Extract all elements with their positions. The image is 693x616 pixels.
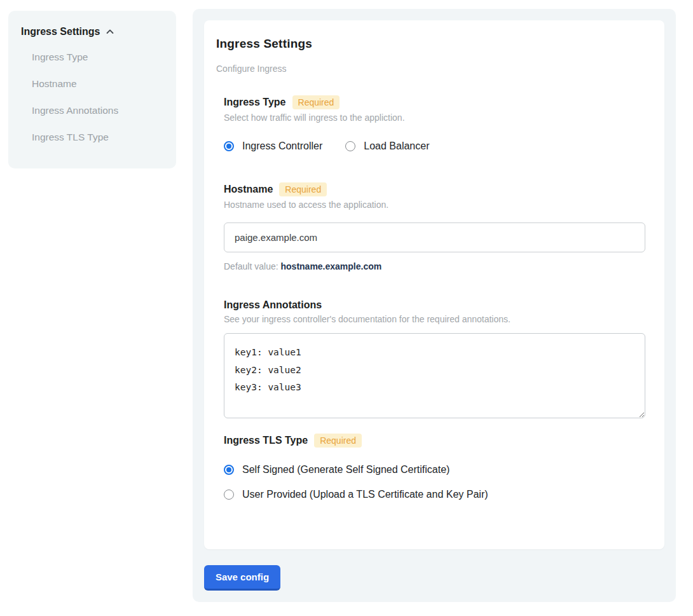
radio-option-ingress-controller[interactable]: Ingress Controller — [224, 140, 322, 152]
radio-option-label: Load Balancer — [364, 140, 429, 152]
section-ingress-type: Ingress Type Required Select how traffic… — [224, 95, 645, 152]
ingress-type-help: Select how traffic will ingress to the a… — [224, 113, 645, 123]
sidebar-section-title: Ingress Settings — [21, 26, 100, 38]
sidebar-item-list: Ingress Type Hostname Ingress Annotation… — [21, 44, 166, 151]
sidebar-item-ingress-type[interactable]: Ingress Type — [21, 44, 166, 71]
hostname-label: Hostname — [224, 184, 273, 195]
required-badge: Required — [292, 95, 340, 109]
ingress-annotations-textarea[interactable]: key1: value1 key2: value2 key3: value3 — [224, 333, 645, 418]
section-ingress-tls-type: Ingress TLS Type Required Self Signed (G… — [224, 434, 645, 500]
ingress-tls-type-label: Ingress TLS Type — [224, 435, 308, 446]
radio-option-load-balancer[interactable]: Load Balancer — [345, 140, 429, 152]
ingress-annotations-help: See your ingress controller's documentat… — [224, 314, 645, 324]
hostname-help: Hostname used to access the application. — [224, 200, 645, 210]
ingress-type-label: Ingress Type — [224, 97, 286, 108]
ingress-annotations-label: Ingress Annotations — [224, 299, 322, 311]
hostname-default-prefix: Default value: — [224, 261, 281, 271]
ingress-settings-card: Ingress Settings Configure Ingress Ingre… — [204, 20, 664, 549]
radio-icon — [224, 465, 234, 475]
radio-option-user-provided[interactable]: User Provided (Upload a TLS Certificate … — [224, 489, 645, 500]
page-subtitle: Configure Ingress — [216, 64, 645, 74]
radio-icon — [224, 489, 234, 500]
sidebar-item-hostname[interactable]: Hostname — [21, 71, 166, 97]
radio-option-label: User Provided (Upload a TLS Certificate … — [242, 489, 488, 500]
radio-option-label: Self Signed (Generate Self Signed Certif… — [242, 464, 449, 476]
sidebar-item-ingress-annotations[interactable]: Ingress Annotations — [21, 97, 166, 124]
hostname-input[interactable] — [224, 222, 645, 252]
section-hostname: Hostname Required Hostname used to acces… — [224, 182, 645, 271]
settings-sidebar: Ingress Settings Ingress Type Hostname I… — [8, 11, 176, 168]
sidebar-item-ingress-tls-type[interactable]: Ingress TLS Type — [21, 124, 166, 151]
ingress-type-radio-group: Ingress Controller Load Balancer — [224, 140, 645, 152]
settings-panel: Ingress Settings Configure Ingress Ingre… — [193, 9, 676, 602]
required-badge: Required — [279, 182, 327, 196]
hostname-default-value: hostname.example.com — [281, 261, 382, 271]
section-ingress-annotations: Ingress Annotations See your ingress con… — [224, 299, 645, 421]
sidebar-section-toggle[interactable]: Ingress Settings — [21, 26, 166, 38]
radio-option-self-signed[interactable]: Self Signed (Generate Self Signed Certif… — [224, 464, 645, 476]
radio-option-label: Ingress Controller — [242, 140, 322, 152]
page-title: Ingress Settings — [216, 37, 645, 51]
required-badge: Required — [314, 434, 362, 448]
hostname-default-line: Default value: hostname.example.com — [224, 261, 645, 271]
radio-icon — [345, 141, 355, 151]
radio-icon — [224, 141, 234, 151]
chevron-up-icon — [105, 27, 115, 37]
save-config-button[interactable]: Save config — [204, 565, 280, 591]
ingress-tls-radio-group: Self Signed (Generate Self Signed Certif… — [224, 464, 645, 500]
